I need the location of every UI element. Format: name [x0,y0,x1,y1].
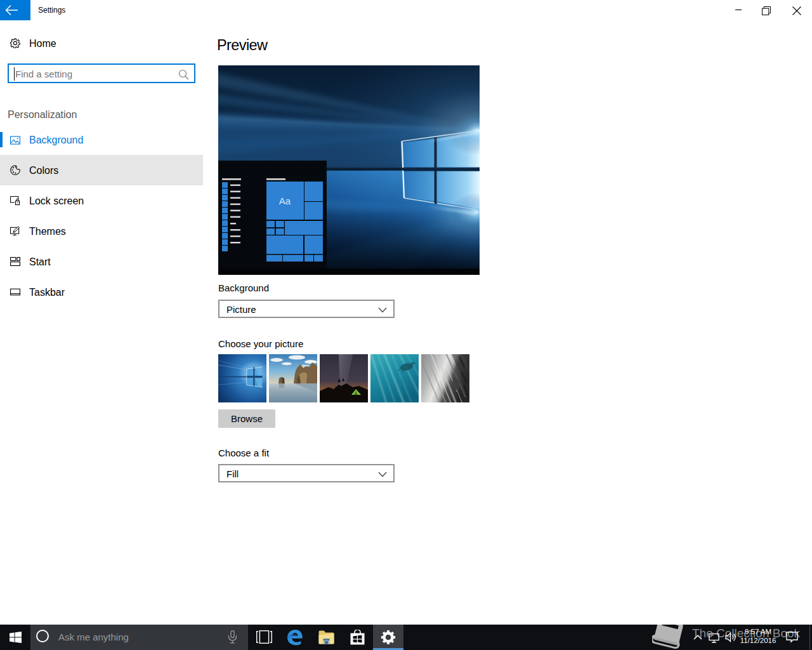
svg-text:Aa: Aa [279,196,291,206]
